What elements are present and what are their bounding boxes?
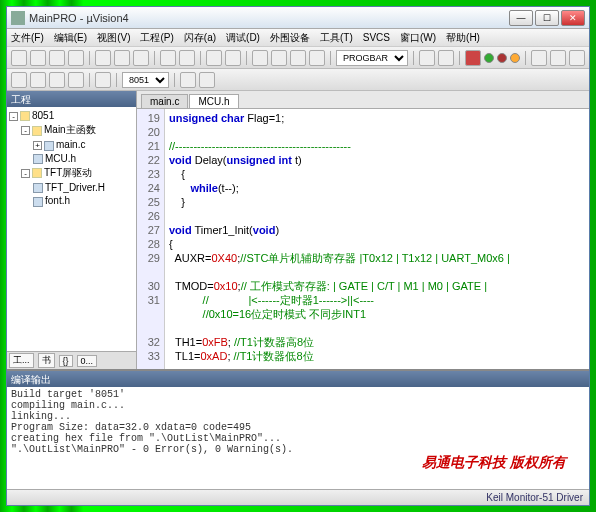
menu-peripherals[interactable]: 外围设备: [270, 31, 310, 45]
menu-debug[interactable]: 调试(D): [226, 31, 260, 45]
tab-mcu-h[interactable]: MCU.h: [189, 94, 238, 108]
project-tree[interactable]: -8051 -Main主函数 +main.c MCU.h -TFT屏驱动 TFT…: [7, 107, 136, 351]
sidebar-header: 工程: [7, 91, 136, 107]
bookmark-icon[interactable]: [252, 50, 268, 66]
tree-file-font[interactable]: font.h: [9, 194, 134, 207]
menubar: 文件(F) 编辑(E) 视图(V) 工程(P) 闪存(a) 调试(D) 外围设备…: [7, 29, 589, 47]
tree-file-tftdriver[interactable]: TFT_Driver.H: [9, 181, 134, 194]
menu-tools[interactable]: 工具(T): [320, 31, 353, 45]
tree-group-main[interactable]: -Main主函数: [9, 122, 134, 138]
maximize-button[interactable]: ☐: [535, 10, 559, 26]
replace-icon[interactable]: [438, 50, 454, 66]
tab-main-c[interactable]: main.c: [141, 94, 188, 108]
menu-edit[interactable]: 编辑(E): [54, 31, 87, 45]
menu-view[interactable]: 视图(V): [97, 31, 130, 45]
tree-root[interactable]: -8051: [9, 109, 134, 122]
close-button[interactable]: ✕: [561, 10, 585, 26]
window-icon[interactable]: [531, 50, 547, 66]
toolbar-2: 8051: [7, 69, 589, 91]
target-select-2[interactable]: 8051: [122, 72, 169, 88]
build-icon[interactable]: [11, 72, 27, 88]
save-icon[interactable]: [49, 50, 65, 66]
menu-flash[interactable]: 闪存(a): [184, 31, 216, 45]
rebuild-icon[interactable]: [30, 72, 46, 88]
bookmark-next-icon[interactable]: [271, 50, 287, 66]
menu-window[interactable]: 窗口(W): [400, 31, 436, 45]
watermark: 易通电子科技 版权所有: [422, 454, 566, 472]
sidetab-books[interactable]: 书: [38, 353, 55, 368]
line-gutter: 1920212223242526272829 3031 3233 3435: [137, 109, 165, 369]
indent-icon[interactable]: [206, 50, 222, 66]
menu-svcs[interactable]: SVCS: [363, 32, 390, 43]
breakpoint-insert-icon[interactable]: [484, 53, 494, 63]
tree-file-mcu-h[interactable]: MCU.h: [9, 152, 134, 165]
statusbar: Keil Monitor-51 Driver: [7, 489, 589, 505]
config-icon[interactable]: [550, 50, 566, 66]
editor-tabs: main.c MCU.h: [137, 91, 589, 109]
cut-icon[interactable]: [95, 50, 111, 66]
sidetab-templates[interactable]: 0...: [77, 355, 98, 367]
toolbar-1: PROGBAR: [7, 47, 589, 69]
menu-project[interactable]: 工程(P): [140, 31, 173, 45]
window-title: MainPRO - µVision4: [29, 12, 509, 24]
status-driver: Keil Monitor-51 Driver: [486, 492, 583, 503]
saveall-icon[interactable]: [68, 50, 84, 66]
bookmark-clear-icon[interactable]: [309, 50, 325, 66]
debug-icon[interactable]: [465, 50, 481, 66]
titlebar: MainPRO - µVision4 — ☐ ✕: [7, 7, 589, 29]
find-icon[interactable]: [419, 50, 435, 66]
undo-icon[interactable]: [160, 50, 176, 66]
target-select[interactable]: PROGBAR: [336, 50, 408, 66]
manage-icon[interactable]: [199, 72, 215, 88]
open-icon[interactable]: [30, 50, 46, 66]
sidebar-tabs: 工... 书 {} 0...: [7, 351, 136, 369]
breakpoint-kill-icon[interactable]: [510, 53, 520, 63]
bookmark-prev-icon[interactable]: [290, 50, 306, 66]
project-sidebar: 工程 -8051 -Main主函数 +main.c MCU.h -TFT屏驱动 …: [7, 91, 137, 369]
outdent-icon[interactable]: [225, 50, 241, 66]
download-icon[interactable]: [95, 72, 111, 88]
copy-icon[interactable]: [114, 50, 130, 66]
code-editor[interactable]: 1920212223242526272829 3031 3233 3435 un…: [137, 109, 589, 369]
menu-file[interactable]: 文件(F): [11, 31, 44, 45]
main-area: 工程 -8051 -Main主函数 +main.c MCU.h -TFT屏驱动 …: [7, 91, 589, 369]
new-icon[interactable]: [11, 50, 27, 66]
stopbuild-icon[interactable]: [68, 72, 84, 88]
tree-file-main-c[interactable]: +main.c: [9, 138, 134, 151]
editor-area: main.c MCU.h 1920212223242526272829 3031…: [137, 91, 589, 369]
code-text[interactable]: unsigned char Flag=1; //----------------…: [165, 109, 589, 369]
output-header: 编译输出: [7, 371, 589, 387]
menu-help[interactable]: 帮助(H): [446, 31, 480, 45]
minimize-button[interactable]: —: [509, 10, 533, 26]
app-window: MainPRO - µVision4 — ☐ ✕ 文件(F) 编辑(E) 视图(…: [6, 6, 590, 506]
redo-icon[interactable]: [179, 50, 195, 66]
options-icon[interactable]: [180, 72, 196, 88]
paste-icon[interactable]: [133, 50, 149, 66]
output-text[interactable]: Build target '8051' compiling main.c... …: [7, 387, 589, 489]
app-icon: [11, 11, 25, 25]
tools-icon[interactable]: [569, 50, 585, 66]
sidetab-functions[interactable]: {}: [59, 355, 73, 367]
sidetab-project[interactable]: 工...: [9, 353, 34, 368]
batchbuild-icon[interactable]: [49, 72, 65, 88]
tree-group-tft[interactable]: -TFT屏驱动: [9, 165, 134, 181]
breakpoint-disable-icon[interactable]: [497, 53, 507, 63]
